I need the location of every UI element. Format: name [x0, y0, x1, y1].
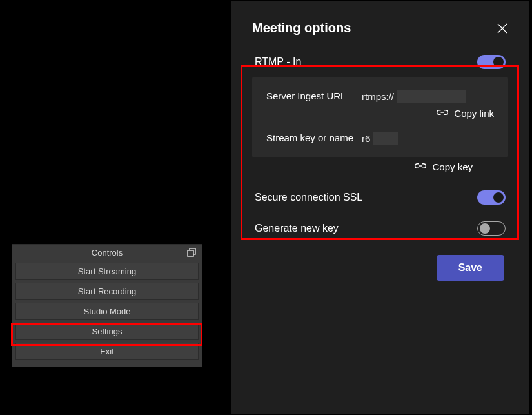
ssl-label: Secure connection SSL — [255, 192, 362, 203]
undock-icon[interactable] — [186, 247, 197, 258]
stream-key-value: r6 — [362, 132, 398, 145]
stream-key-prefix: r6 — [362, 133, 370, 144]
settings-button[interactable]: Settings — [15, 323, 199, 340]
start-streaming-button[interactable]: Start Streaming — [15, 263, 199, 280]
page-title: Meeting options — [252, 21, 351, 35]
generate-key-label: Generate new key — [255, 223, 339, 234]
start-recording-button[interactable]: Start Recording — [15, 283, 199, 300]
obs-header: Controls — [12, 245, 202, 261]
redacted-key — [373, 132, 398, 145]
save-button[interactable]: Save — [437, 255, 504, 281]
link-icon — [436, 108, 449, 119]
server-ingest-row: Server Ingest URL rtmps:// — [266, 90, 494, 103]
exit-button[interactable]: Exit — [15, 343, 199, 360]
server-ingest-value: rtmps:// — [362, 90, 466, 103]
obs-controls-panel: Controls Start Streaming Start Recording… — [12, 244, 202, 367]
obs-header-title: Controls — [92, 248, 123, 258]
rtmp-in-label: RTMP - In — [255, 56, 301, 68]
ssl-row: Secure connection SSL — [252, 190, 508, 205]
generate-key-row: Generate new key — [252, 221, 508, 236]
server-ingest-prefix: rtmps:// — [362, 91, 394, 102]
generate-key-toggle[interactable] — [477, 221, 506, 236]
stream-key-label: Stream key or name — [266, 132, 362, 145]
meeting-options-header: Meeting options — [231, 1, 529, 48]
rtmp-details-card: Server Ingest URL rtmps:// Copy link Str… — [252, 77, 508, 157]
ssl-toggle[interactable] — [477, 190, 506, 205]
redacted-url — [397, 90, 466, 103]
copy-link-button[interactable]: Copy link — [266, 108, 494, 119]
studio-mode-button[interactable]: Studio Mode — [15, 303, 199, 320]
server-ingest-label: Server Ingest URL — [266, 90, 362, 103]
stream-key-row: Stream key or name r6 — [266, 132, 494, 145]
close-icon[interactable] — [497, 23, 508, 34]
copy-key-label: Copy key — [432, 161, 473, 172]
link-icon — [414, 161, 427, 172]
copy-link-label: Copy link — [454, 108, 494, 119]
meeting-options-body: RTMP - In Server Ingest URL rtmps:// Cop… — [231, 48, 529, 281]
obs-button-list: Start Streaming Start Recording Studio M… — [12, 261, 202, 367]
rtmp-in-row: RTMP - In — [252, 55, 508, 69]
rtmp-in-toggle[interactable] — [477, 55, 506, 69]
meeting-options-panel: Meeting options RTMP - In Server Ingest … — [231, 1, 529, 414]
svg-rect-0 — [188, 250, 193, 256]
copy-key-button[interactable]: Copy key — [252, 161, 508, 172]
save-area: Save — [252, 255, 508, 281]
